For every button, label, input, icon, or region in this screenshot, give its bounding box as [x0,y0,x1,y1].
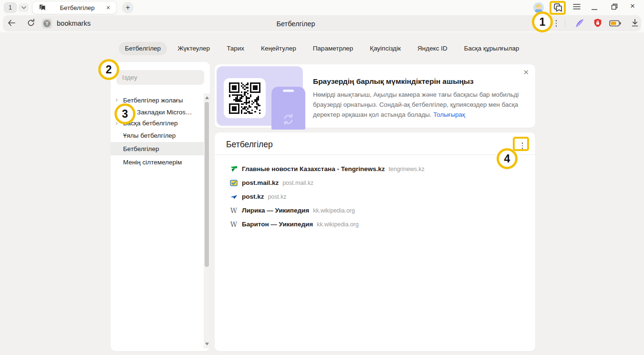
downloads-button[interactable] [630,18,640,28]
sidebar-folder-item[interactable]: Менің сілтемелерім [111,155,204,169]
promo-illustration [217,66,303,126]
purple-feather-icon [574,18,585,29]
tengrinews-favicon-icon [230,165,238,173]
back-button[interactable] [7,18,16,28]
sidebar-folder-label: Ұялы бетбелгілер [123,132,176,139]
wikipedia-favicon-icon: W [230,221,238,228]
wikipedia-favicon-icon: W [230,207,238,214]
back-arrow-icon [7,18,16,28]
annotation-circle-3: 3 [114,103,135,124]
sidebar-folder-item[interactable]: Ұялы бетбелгілер [111,129,204,142]
bookmarks-panel: Бетбелгілер Главные новости Казахстана -… [215,132,535,351]
site-favicon: Y [42,19,52,29]
omnibox-page-title: Бетбелгілер [191,20,401,28]
promo-title: Браузердің барлық мүмкіндіктерін ашыңыз [313,77,474,86]
header-divider [215,154,535,155]
sidebar-scrollbar[interactable] [204,93,210,348]
omnibox-more-button[interactable] [553,19,560,28]
phone-illustration [271,87,305,130]
mail-favicon-icon [230,179,238,187]
scrollbar-thumb[interactable] [205,102,209,267]
sidebar-folder-item[interactable]: Бетбелгілер [111,142,204,155]
new-tab-button[interactable]: + [122,2,134,13]
minimize-button[interactable] [592,4,597,10]
toolbar-divider [565,19,565,28]
browser-menu-button[interactable] [573,3,581,10]
annotation-circle-2: 2 [98,59,119,80]
nav-tab[interactable]: Параметрлер [307,42,360,55]
restore-window-icon [611,3,618,10]
sync-icon [281,112,295,126]
search-input[interactable] [116,70,204,85]
url-text[interactable]: bookmarks [57,20,91,27]
sidebar-folder-label: Бетбелгілер жолағы [123,97,183,104]
editor-extension-button[interactable] [574,18,585,29]
annotation-rect-1 [550,1,566,15]
tab-close-icon[interactable]: × [105,3,112,12]
nav-tab[interactable]: Яндекс ID [411,42,454,55]
promo-more-link[interactable]: Толығырақ [433,111,465,118]
annotation-circle-4: 4 [497,148,518,169]
bookmark-url: post.kz [268,193,287,200]
promo-body-text: Нөмірді анықтағыш, Ақылды камера және та… [313,91,519,118]
nav-tab[interactable]: Тарих [220,42,250,55]
bookmark-title[interactable]: Баритон — Уикипедия [242,221,313,228]
restore-button[interactable] [611,3,618,10]
bookmark-title[interactable]: Лирика — Уикипедия [242,207,309,214]
tab-list-chevron-button[interactable] [19,3,29,12]
protect-button[interactable] [593,18,602,28]
bookmark-title[interactable]: post.mail.kz [242,179,279,186]
tab-title: Бетбелгілер [50,4,105,11]
nav-tab[interactable]: Қауіпсіздік [364,42,407,55]
bookmark-url: post.mail.kz [282,180,313,186]
kebab-icon [556,20,557,27]
bookmark-url: tengrinews.kz [389,166,425,172]
bookmark-row[interactable]: WБаритон — Уикипедияkk.wikipedia.org [215,217,535,231]
chevron-right-icon[interactable]: › [115,95,118,103]
nav-tab[interactable]: Кеңейтулер [255,42,302,55]
qr-code [224,78,266,118]
bookmarks-list: Главные новости Казахстана - Tengrinews.… [215,162,535,231]
browser-window: 1 Бетбелгілер × + [0,0,644,355]
bookmarks-favicon-icon [39,4,46,11]
nav-tab[interactable]: Басқа құрылғылар [458,42,526,55]
phone-notch [283,90,294,92]
nav-tab[interactable]: Жүктеулер [171,42,216,55]
yandex-favicon-icon: Y [43,20,51,27]
annotation-rect-4 [513,137,529,151]
scroll-down-arrow-icon[interactable] [205,343,209,345]
promo-body: Нөмірді анықтағыш, Ақылды камера және та… [313,90,543,120]
battery-icon [609,20,621,27]
minimize-icon [592,4,597,10]
sidebar-folder-label: Бетбелгілер [123,145,159,152]
tab-counter-button[interactable]: 1 [4,2,17,13]
active-tab[interactable]: Бетбелгілер × [32,1,117,14]
bookmark-row[interactable]: post.kzpost.kz [215,190,535,203]
close-window-button[interactable]: × [630,1,635,11]
sidebar-folder-label: Закладки Micros… [137,109,192,116]
bookmark-row[interactable]: Главные новости Казахстана - Tengrinews.… [215,162,535,176]
nav-tab[interactable]: Бетбелгілер [119,42,167,55]
postkz-favicon-icon [230,193,238,201]
chevron-down-icon [21,6,26,9]
mobile-promo-banner: ✕ Браузердің барлық мүмкіндіктерін ашыңы… [215,64,535,128]
qr-code-icon [229,82,260,114]
download-icon [630,18,640,28]
bookmark-url: kk.wikipedia.org [317,221,358,228]
scroll-up-arrow-icon[interactable] [205,96,209,99]
promo-close-icon[interactable]: ✕ [523,69,529,76]
shield-lock-icon [593,18,602,28]
annotation-circle-1: 1 [532,11,553,32]
bookmark-title[interactable]: post.kz [242,193,264,200]
bookmark-row[interactable]: post.mail.kzpost.mail.kz [215,176,535,190]
settings-nav-tabs: БетбелгілерЖүктеулерТарихКеңейтулерПарам… [0,42,644,55]
reload-button[interactable] [26,18,36,28]
hamburger-menu-icon [573,3,581,10]
bookmarks-panel-title: Бетбелгілер [226,140,273,150]
bookmark-title[interactable]: Главные новости Казахстана - Tengrinews.… [242,165,385,172]
bookmark-row[interactable]: WЛирика — Уикипедияkk.wikipedia.org [215,203,535,217]
bookmark-url: kk.wikipedia.org [313,207,354,214]
reload-icon [26,18,36,28]
battery-button[interactable] [609,20,621,27]
sidebar-folder-label: Менің сілтемелерім [123,159,182,166]
